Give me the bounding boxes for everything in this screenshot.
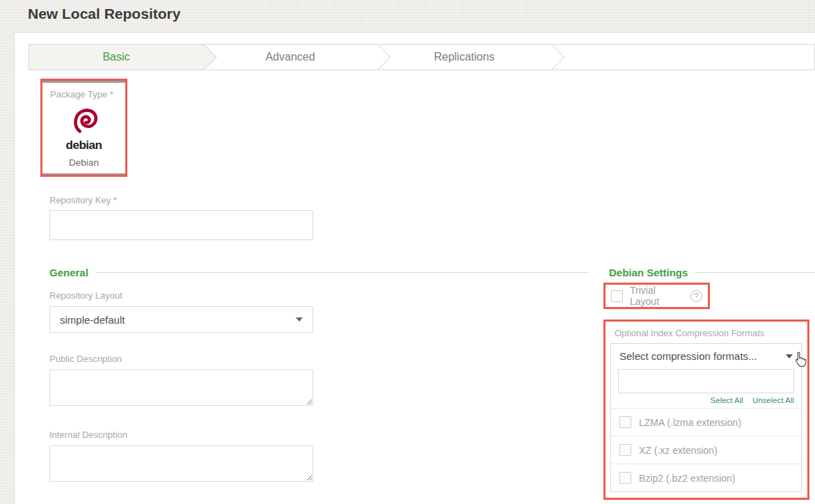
chevron-down-icon: [296, 317, 303, 322]
page-title: New Local Repository: [28, 6, 180, 22]
debian-swirl-icon: [42, 104, 125, 140]
lzma-checkbox[interactable]: [619, 416, 631, 428]
trivial-layout-row: Trivial Layout ?: [606, 285, 708, 307]
xz-checkbox[interactable]: [619, 444, 631, 456]
debian-settings-heading: Debian Settings: [609, 267, 815, 278]
compression-bulk-links: Select All Unselect All: [611, 393, 801, 408]
tab-basic-label: Basic: [102, 51, 129, 63]
bzip2-checkbox[interactable]: [619, 472, 631, 484]
public-description-textarea[interactable]: [49, 370, 313, 406]
tab-bar: Basic Advanced Replications: [29, 44, 815, 70]
tab-advanced[interactable]: Advanced: [203, 45, 377, 70]
general-section-title: General: [49, 267, 88, 278]
compression-multiselect: Select compression formats... Select All…: [610, 343, 802, 492]
compression-dropdown-toggle[interactable]: Select compression formats...: [611, 344, 801, 368]
compression-dropdown-placeholder: Select compression formats...: [619, 350, 757, 362]
bzip2-label: Bzip2 (.bz2 extension): [639, 473, 736, 484]
compression-option-xz[interactable]: XZ (.xz extension): [611, 436, 801, 464]
compression-option-bzip2[interactable]: Bzip2 (.bz2 extension): [611, 464, 801, 491]
public-description-label: Public Description: [49, 354, 122, 364]
tab-advanced-label: Advanced: [265, 51, 315, 63]
select-all-link[interactable]: Select All: [711, 396, 743, 404]
content-panel: Basic Advanced Replications Package Type…: [14, 32, 815, 504]
debian-settings-title: Debian Settings: [609, 267, 688, 278]
tab-separator-chevron: [539, 44, 565, 70]
package-type-label: Package Type *: [42, 83, 125, 100]
debian-wordmark: debian: [42, 139, 125, 152]
trivial-layout-highlight: Trivial Layout ?: [603, 283, 710, 309]
xz-label: XZ (.xz extension): [639, 445, 718, 456]
compression-formats-highlight: Optional Index Compression Formats Selec…: [603, 320, 809, 500]
mouse-cursor-hand-icon: [792, 352, 807, 371]
compression-filter-input[interactable]: [618, 369, 794, 393]
help-question-icon[interactable]: ?: [690, 290, 702, 302]
general-section-heading: General: [49, 267, 590, 278]
repository-layout-value: simple-default: [60, 314, 125, 326]
repository-layout-select[interactable]: simple-default: [49, 306, 313, 333]
compression-option-lzma[interactable]: LZMA (.lzma extension): [611, 408, 801, 436]
lzma-label: LZMA (.lzma extension): [639, 417, 741, 428]
repository-key-input[interactable]: [49, 210, 313, 240]
package-type-highlight: Package Type * debian Debian: [40, 79, 127, 177]
tab-basic[interactable]: Basic: [29, 45, 203, 70]
unselect-all-link[interactable]: Unselect All: [752, 396, 794, 404]
tab-replications-label: Replications: [434, 51, 494, 63]
internal-description-label: Internal Description: [49, 430, 127, 440]
package-type-name: Debian: [42, 157, 125, 168]
trivial-layout-checkbox[interactable]: [611, 290, 623, 302]
trivial-layout-label: Trivial Layout: [630, 285, 683, 307]
internal-description-textarea[interactable]: [49, 446, 313, 482]
package-type-tile[interactable]: Package Type * debian Debian: [42, 81, 125, 175]
tab-replications[interactable]: Replications: [377, 45, 551, 70]
repository-key-label: Repository Key *: [49, 195, 117, 205]
compression-formats-label: Optional Index Compression Formats: [615, 328, 807, 338]
repository-layout-label: Repository Layout: [49, 290, 122, 301]
